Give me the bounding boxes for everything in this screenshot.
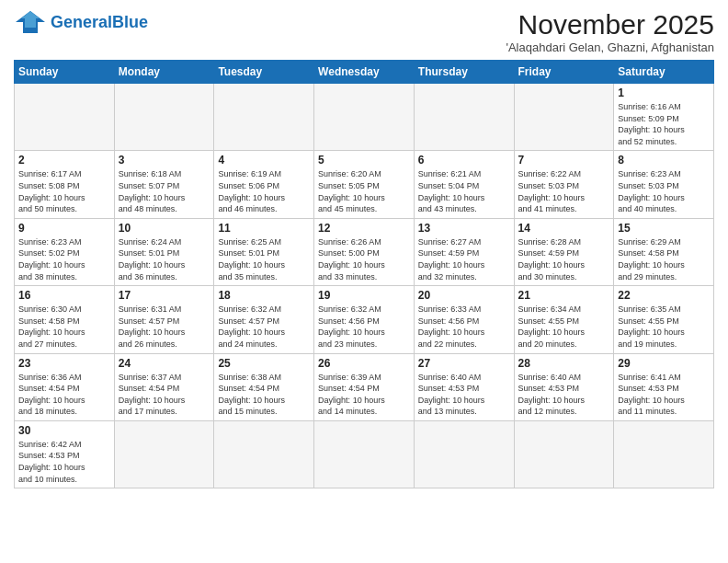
calendar-body: 1Sunrise: 6:16 AM Sunset: 5:09 PM Daylig… <box>15 84 714 488</box>
calendar-cell: 5Sunrise: 6:20 AM Sunset: 5:05 PM Daylig… <box>314 151 415 218</box>
logo-icon <box>14 9 47 35</box>
calendar-week-row: 30Sunrise: 6:42 AM Sunset: 4:53 PM Dayli… <box>15 420 714 488</box>
logo-text: GeneralBlue <box>51 14 148 31</box>
day-number: 29 <box>618 357 710 370</box>
calendar-cell <box>15 84 115 151</box>
day-number: 13 <box>418 222 510 235</box>
day-number: 1 <box>618 86 710 99</box>
day-info: Sunrise: 6:32 AM Sunset: 4:57 PM Dayligh… <box>218 304 310 350</box>
calendar-cell: 10Sunrise: 6:24 AM Sunset: 5:01 PM Dayli… <box>114 218 214 285</box>
day-number: 11 <box>218 222 310 235</box>
calendar-cell: 25Sunrise: 6:38 AM Sunset: 4:54 PM Dayli… <box>214 353 314 420</box>
col-saturday: Saturday <box>614 61 714 84</box>
day-info: Sunrise: 6:26 AM Sunset: 5:00 PM Dayligh… <box>318 236 410 282</box>
day-number: 7 <box>518 154 610 167</box>
col-wednesday: Wednesday <box>314 61 415 84</box>
calendar-cell: 7Sunrise: 6:22 AM Sunset: 5:03 PM Daylig… <box>514 151 614 218</box>
calendar-cell <box>514 420 614 488</box>
title-block: November 2025 'Alaqahdari Gelan, Ghazni,… <box>506 9 714 54</box>
day-info: Sunrise: 6:22 AM Sunset: 5:03 PM Dayligh… <box>518 168 610 214</box>
calendar-cell: 9Sunrise: 6:23 AM Sunset: 5:02 PM Daylig… <box>15 218 115 285</box>
col-sunday: Sunday <box>15 61 115 84</box>
calendar-cell <box>614 420 714 488</box>
day-number: 28 <box>518 357 610 370</box>
day-info: Sunrise: 6:31 AM Sunset: 4:57 PM Dayligh… <box>119 304 210 350</box>
calendar-cell: 12Sunrise: 6:26 AM Sunset: 5:00 PM Dayli… <box>314 218 415 285</box>
day-number: 18 <box>218 289 310 302</box>
logo-general-text: GeneralBlue <box>51 13 148 31</box>
calendar-table: Sunday Monday Tuesday Wednesday Thursday… <box>14 60 714 488</box>
day-number: 26 <box>318 357 410 370</box>
calendar-week-row: 9Sunrise: 6:23 AM Sunset: 5:02 PM Daylig… <box>15 218 714 285</box>
calendar-week-row: 16Sunrise: 6:30 AM Sunset: 4:58 PM Dayli… <box>15 286 714 353</box>
col-thursday: Thursday <box>414 61 514 84</box>
calendar-cell: 4Sunrise: 6:19 AM Sunset: 5:06 PM Daylig… <box>214 151 314 218</box>
calendar-week-row: 1Sunrise: 6:16 AM Sunset: 5:09 PM Daylig… <box>15 84 714 151</box>
day-info: Sunrise: 6:17 AM Sunset: 5:08 PM Dayligh… <box>18 168 110 214</box>
calendar-cell: 21Sunrise: 6:34 AM Sunset: 4:55 PM Dayli… <box>514 286 614 353</box>
day-number: 10 <box>119 222 210 235</box>
day-number: 12 <box>318 222 410 235</box>
day-info: Sunrise: 6:23 AM Sunset: 5:03 PM Dayligh… <box>618 168 710 214</box>
day-number: 21 <box>518 289 610 302</box>
calendar-cell: 26Sunrise: 6:39 AM Sunset: 4:54 PM Dayli… <box>314 353 415 420</box>
calendar-cell: 18Sunrise: 6:32 AM Sunset: 4:57 PM Dayli… <box>214 286 314 353</box>
logo-blue-text: Blue <box>112 13 148 31</box>
calendar-cell <box>314 84 415 151</box>
day-info: Sunrise: 6:42 AM Sunset: 4:53 PM Dayligh… <box>18 439 110 485</box>
calendar-title: November 2025 <box>506 9 714 40</box>
calendar-week-row: 23Sunrise: 6:36 AM Sunset: 4:54 PM Dayli… <box>15 353 714 420</box>
calendar-cell <box>214 84 314 151</box>
day-info: Sunrise: 6:40 AM Sunset: 4:53 PM Dayligh… <box>418 372 510 418</box>
day-info: Sunrise: 6:28 AM Sunset: 4:59 PM Dayligh… <box>518 236 610 282</box>
calendar-cell: 22Sunrise: 6:35 AM Sunset: 4:55 PM Dayli… <box>614 286 714 353</box>
calendar-cell: 6Sunrise: 6:21 AM Sunset: 5:04 PM Daylig… <box>414 151 514 218</box>
calendar-cell: 13Sunrise: 6:27 AM Sunset: 4:59 PM Dayli… <box>414 218 514 285</box>
calendar-cell <box>414 84 514 151</box>
day-info: Sunrise: 6:39 AM Sunset: 4:54 PM Dayligh… <box>318 372 410 418</box>
calendar-cell: 28Sunrise: 6:40 AM Sunset: 4:53 PM Dayli… <box>514 353 614 420</box>
calendar-cell <box>114 420 214 488</box>
day-info: Sunrise: 6:41 AM Sunset: 4:53 PM Dayligh… <box>618 372 710 418</box>
day-info: Sunrise: 6:29 AM Sunset: 4:58 PM Dayligh… <box>618 236 710 282</box>
calendar-cell: 20Sunrise: 6:33 AM Sunset: 4:56 PM Dayli… <box>414 286 514 353</box>
day-info: Sunrise: 6:40 AM Sunset: 4:53 PM Dayligh… <box>518 372 610 418</box>
calendar-cell <box>214 420 314 488</box>
calendar-cell: 19Sunrise: 6:32 AM Sunset: 4:56 PM Dayli… <box>314 286 415 353</box>
day-info: Sunrise: 6:18 AM Sunset: 5:07 PM Dayligh… <box>119 168 210 214</box>
calendar-cell: 2Sunrise: 6:17 AM Sunset: 5:08 PM Daylig… <box>15 151 115 218</box>
day-number: 19 <box>318 289 410 302</box>
calendar-cell: 8Sunrise: 6:23 AM Sunset: 5:03 PM Daylig… <box>614 151 714 218</box>
calendar-cell: 30Sunrise: 6:42 AM Sunset: 4:53 PM Dayli… <box>15 420 115 488</box>
day-number: 20 <box>418 289 510 302</box>
calendar-cell <box>514 84 614 151</box>
logo: GeneralBlue <box>14 9 148 35</box>
calendar-cell: 15Sunrise: 6:29 AM Sunset: 4:58 PM Dayli… <box>614 218 714 285</box>
calendar-cell: 17Sunrise: 6:31 AM Sunset: 4:57 PM Dayli… <box>114 286 214 353</box>
day-info: Sunrise: 6:23 AM Sunset: 5:02 PM Dayligh… <box>18 236 110 282</box>
day-number: 15 <box>618 222 710 235</box>
day-info: Sunrise: 6:38 AM Sunset: 4:54 PM Dayligh… <box>218 372 310 418</box>
calendar-cell <box>114 84 214 151</box>
day-info: Sunrise: 6:21 AM Sunset: 5:04 PM Dayligh… <box>418 168 510 214</box>
calendar-cell: 3Sunrise: 6:18 AM Sunset: 5:07 PM Daylig… <box>114 151 214 218</box>
day-info: Sunrise: 6:16 AM Sunset: 5:09 PM Dayligh… <box>618 101 710 147</box>
day-number: 30 <box>18 424 110 437</box>
day-number: 22 <box>618 289 710 302</box>
day-number: 23 <box>18 357 110 370</box>
calendar-cell <box>414 420 514 488</box>
day-info: Sunrise: 6:30 AM Sunset: 4:58 PM Dayligh… <box>18 304 110 350</box>
calendar-cell: 11Sunrise: 6:25 AM Sunset: 5:01 PM Dayli… <box>214 218 314 285</box>
calendar-cell: 24Sunrise: 6:37 AM Sunset: 4:54 PM Dayli… <box>114 353 214 420</box>
day-info: Sunrise: 6:20 AM Sunset: 5:05 PM Dayligh… <box>318 168 410 214</box>
day-info: Sunrise: 6:24 AM Sunset: 5:01 PM Dayligh… <box>119 236 210 282</box>
day-info: Sunrise: 6:25 AM Sunset: 5:01 PM Dayligh… <box>218 236 310 282</box>
day-number: 14 <box>518 222 610 235</box>
day-info: Sunrise: 6:33 AM Sunset: 4:56 PM Dayligh… <box>418 304 510 350</box>
day-info: Sunrise: 6:19 AM Sunset: 5:06 PM Dayligh… <box>218 168 310 214</box>
calendar-page: GeneralBlue November 2025 'Alaqahdari Ge… <box>0 0 728 563</box>
day-number: 8 <box>618 154 710 167</box>
day-number: 5 <box>318 154 410 167</box>
col-friday: Friday <box>514 61 614 84</box>
day-number: 17 <box>119 289 210 302</box>
